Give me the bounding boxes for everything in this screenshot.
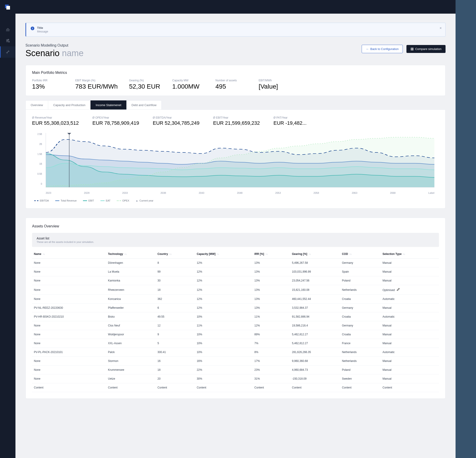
sort-icon: ↑↓ [125,253,127,255]
table-row[interactable]: PV-HR-BSKO-20210210Bisko49.5510%11%91,58… [32,312,439,321]
cell: 12% [253,321,290,330]
cell: 16 [156,357,195,366]
table-row[interactable]: NoneDörenhagen812%13%5,496,267.58Germany… [32,258,439,267]
cell: Uetze [106,375,156,383]
table-row[interactable]: NoneKrummensee1822%23%4,960,684.73Poland… [32,366,439,375]
edit-icon[interactable] [397,288,400,291]
col-cod[interactable]: COD↑↓ [340,250,381,258]
table-row[interactable]: ContentContentContentContentContentConte… [32,383,439,392]
compare-button-label: Compare simulation [415,47,442,51]
stat-label: Ø EBITDA/Year [153,116,200,119]
cell: 15,821,160.08 [290,285,340,295]
cell: France [340,339,381,348]
cell: 10% [195,330,253,339]
cell: Krummensee [106,366,156,375]
table-row[interactable]: NoneWoldjerspoor910%89%5,462,812.27Croat… [32,330,439,339]
sidebar-nav-3[interactable] [0,46,16,58]
cell: Content [156,383,195,392]
col-country[interactable]: Country↑↓ [156,250,195,258]
svg-rect-5 [411,49,412,50]
back-button[interactable]: ← Back to Configuration [362,45,403,53]
cell: 31% [253,375,290,383]
cell: 12% [195,276,253,285]
cell: 19,586,216.4 [290,321,340,330]
x-tick: Label [428,192,434,194]
tab-capacity-and-production[interactable]: Capacity and Production [48,100,91,109]
cell: 300.41 [156,348,195,357]
cell: Netherlands [340,357,381,366]
cell: 11% [195,321,253,330]
table-row[interactable]: NoneClos Neuf1211%12%19,586,216.4Germany… [32,321,439,330]
cell: 4,960,684.73 [290,366,340,375]
cell: None [32,285,106,295]
cell: 12% [195,285,253,295]
cell: Bisko [106,312,156,321]
x-tick: 2043 [199,192,204,194]
tab-income-statemenet[interactable]: Income Statemenet [91,100,127,109]
cell: 460,441,552.44 [290,295,340,304]
stat-1: Ø OPEX/YearEUR 78,758,909,419 [93,116,139,126]
metric-value: 13% [32,83,64,90]
app-logo[interactable] [5,5,10,10]
metric-value: 52,30 EUR [129,83,161,90]
right-gutter [456,0,476,458]
x-tick: 2058 [314,192,319,194]
cell: Manual [381,267,439,276]
sidebar-nav-2[interactable] [0,35,16,46]
tab-overview[interactable]: Overview [26,100,48,109]
table-row[interactable]: PV-PL-PACK-20210101Palck300.4110%8%281,6… [32,348,439,357]
sort-icon: ↑↓ [43,253,45,255]
cell: Spain [340,267,381,276]
x-tick: 2053 [275,192,281,194]
alert-close-button[interactable]: × [440,26,442,30]
metric-label: EBIT/MWh [259,79,290,82]
table-row[interactable]: NoneKamionka3012%13%23,054,247.56PolandM… [32,276,439,285]
svg-point-2 [9,41,9,42]
svg-rect-6 [412,49,414,50]
sidebar-nav-1[interactable] [0,24,16,35]
cell: Palck [106,348,156,357]
cell: None [32,366,106,375]
cell: Manual [381,304,439,312]
cell: Manual [381,330,439,339]
metrics-title: Main Portfolio Metrics [32,71,439,75]
cell: Poland [340,366,381,375]
col-technology[interactable]: Technology↑↓ [106,250,156,258]
table-row[interactable]: NoneUetze2030%31%-150,318.09SwedenManual [32,375,439,383]
col-irr-[interactable]: IRR [%]↑↓ [253,250,290,258]
cell: 49.55 [156,312,195,321]
cell: None [32,357,106,366]
table-row[interactable]: NoneKoncanica36212%13%460,441,552.44Croa… [32,295,439,304]
table-row[interactable]: NoneXXL-Assen510%7%5,462,812.27FranceMan… [32,339,439,348]
cell: Content [253,383,290,392]
title-prefix: Scenario [26,48,62,58]
cell: Netherlands [340,285,381,295]
assets-section-title: Assets Overview [32,224,439,228]
stat-4: Ø PAT/YearEUR -19,482... [273,116,307,126]
sidebar [0,0,16,458]
stat-3: Ø EBIT/YearEUR 21,599,659,232 [213,116,260,126]
col-name[interactable]: Name↑↓ [32,250,106,258]
svg-marker-8 [67,133,71,135]
cell: Content [106,383,156,392]
tab-debt-and-cashflow[interactable]: Debt and Cashflow [126,100,162,109]
table-row[interactable]: NoneRheezerveen1812%13%15,821,160.08Neth… [32,285,439,295]
stat-label: Ø EBIT/Year [213,116,260,119]
col-gearing-[interactable]: Gearing [%]↑↓ [290,250,340,258]
compare-button[interactable]: Compare simulation [407,45,446,53]
cell: -150,318.09 [290,375,340,383]
cell: La Muela [106,267,156,276]
col-selection-type[interactable]: Selection Type↑↓ [381,250,439,258]
table-row[interactable]: PV-NL-REEZ-20220630Pfaffenweiler612%13%3… [32,304,439,312]
cell: Manual [381,339,439,348]
page-title: Scenario name [26,48,84,58]
cell: 11% [253,312,290,321]
table-row[interactable]: NoneStormon1616%17%9,960,360.68Netherlan… [32,357,439,366]
cell: 362 [156,295,195,304]
table-row[interactable]: NoneLa Muela9912%13%103,031,996.99SpainM… [32,267,439,276]
legend-current-year: ▲Current year [136,199,153,202]
col-capacity-mw-[interactable]: Capacity [MW]↑↓ [195,250,253,258]
cell: Poland [340,276,381,285]
metric-label: Portfolio IRR [32,79,64,82]
cell: Manual [381,276,439,285]
